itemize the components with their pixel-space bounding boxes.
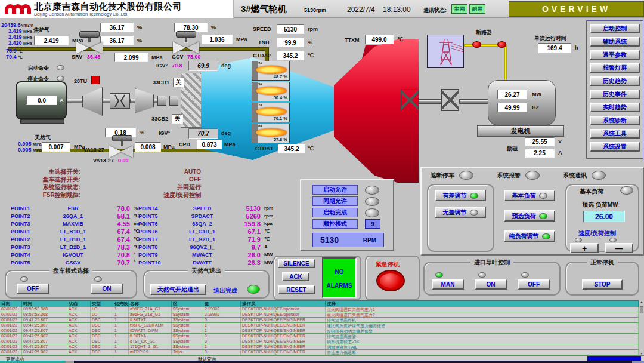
excitation-label: 励磁 — [507, 145, 518, 153]
can-percent: 48.7 % — [274, 74, 287, 79]
alarm-type: LO — [91, 312, 113, 317]
load-mode-button[interactable]: 纯负荷调节 — [504, 230, 555, 242]
can-id: 2# — [258, 61, 262, 65]
no-alarms-indicator: NO ALARMS — [322, 257, 357, 298]
load-mode-button[interactable]: 预选负荷 — [504, 210, 555, 222]
turning-gear-button[interactable]: ON — [91, 284, 123, 294]
20tu-label: 20TU — [74, 78, 87, 84]
start-command-label: 启动命令 — [27, 64, 49, 72]
load-mode-button-lamp — [539, 193, 547, 199]
alarm-row[interactable]: 07/01/22 09:47:25.807 ACK DSC 1 171QHT_1… — [0, 344, 639, 350]
igv-control-button[interactable]: OFF — [518, 279, 550, 290]
panel-header-item: 系统报警 — [497, 171, 563, 180]
srv-feedback2-box: 36.17 — [100, 36, 134, 45]
point-name: DWATT — [172, 260, 232, 266]
igv-control-button[interactable]: ON — [475, 279, 507, 290]
point-name: CSGV — [45, 260, 101, 266]
normal-stop-button[interactable]: STOP — [582, 279, 623, 290]
seq-mode-label: 顺控模式 — [312, 219, 358, 229]
turning-gear-button[interactable]: OFF — [17, 284, 49, 294]
nav-button[interactable]: 报警灯屏 — [590, 63, 640, 73]
nav-button[interactable]: 透平参数 — [590, 50, 640, 60]
preselect-load-input[interactable]: 26.00 — [583, 211, 625, 222]
silence-button[interactable]: SILENCE — [278, 259, 315, 268]
base-load-lamp — [620, 186, 633, 195]
motor-current-box: 0.0 — [26, 96, 57, 105]
speed-load-control-label: 速度/负荷控制 — [578, 229, 616, 238]
breaker-contact — [472, 41, 481, 48]
sequence-permissives: 启动允许 同期允许 启动完成 — [312, 185, 379, 217]
alarm-col-value: 值 — [203, 301, 241, 307]
alarm-status: ACK — [67, 312, 91, 317]
load-mode-button-label: 基本负荷 — [512, 192, 536, 200]
igv2-label: IGV° — [159, 130, 170, 136]
panel-header-item: 系统通讯 — [563, 171, 629, 180]
alarm-operator: DESKTOP-NUHIQEE/operator — [241, 312, 326, 317]
va-valve-setpoint: 0.00 — [118, 158, 129, 164]
nav-button[interactable]: 系统工具 — [590, 129, 640, 139]
point-unit: rpm — [261, 213, 284, 219]
alarm-row[interactable]: 07/02/22 08:53:52.368 ACK LO 1 a96FG_21B… — [0, 312, 639, 318]
nav-button[interactable]: 启动控制 — [590, 24, 640, 33]
alarm-type: DSC — [91, 318, 113, 322]
alarm-tag: dTSI_OK_G1 — [129, 339, 172, 344]
alarm-comment: 点火阀组进口天然气压力2 — [326, 312, 639, 317]
igv-control-lamp — [435, 272, 443, 278]
alarm-row[interactable]: 07/01/22 09:47:25.807 ACK DSC 1 fDWATT_D… — [0, 328, 639, 334]
alarm-row[interactable]: 07/01/22 09:47:25.807 ACK DSC 1 fL30TXA … — [0, 334, 639, 339]
gas-out-start-button[interactable]: 天然气开始退出 — [150, 284, 206, 295]
status-row: 系统运行状态: 并网运行 — [9, 183, 201, 191]
cb1-state-box: 关 — [173, 78, 184, 87]
alarm-operator: DESKTOP-NUHIQEE/ENGINEER — [241, 318, 326, 322]
alarm-row[interactable]: 07/01/22 09:47:25.807 ACK DSC 1 f96FG_12… — [0, 323, 639, 328]
alarm-date: 07/01/22 — [0, 323, 22, 328]
ttxm-box: 499.0 — [365, 35, 394, 44]
gcv-valve-icon — [173, 31, 199, 55]
alarm-scrollbar[interactable]: ▲▼ — [639, 300, 644, 355]
alarm-row[interactable]: 07/01/22 09:47:25.807 ACK DSC 1 fL86TXT … — [0, 318, 639, 323]
scrollbar-thumb[interactable] — [640, 306, 643, 313]
alarm-priority: 1 — [113, 312, 129, 317]
droop-button[interactable]: 无差调节 — [435, 207, 486, 218]
nav-button[interactable]: 系统诊断 — [590, 116, 640, 125]
status-value: 并网运行 — [80, 183, 201, 192]
ack-button[interactable]: ACK — [282, 272, 309, 281]
raise-load-button[interactable]: + — [570, 243, 599, 253]
status-row: 盘车选择开关: OFF — [9, 176, 201, 183]
point-value: 67.4 — [101, 228, 130, 235]
consen-logo-icon — [5, 4, 28, 14]
gas-out-done-label: 退出完成 — [213, 287, 237, 295]
point-unit: rpm — [261, 205, 284, 211]
can-id: 3# — [258, 82, 262, 86]
alarm-status: ACK — [67, 318, 91, 322]
nav-button[interactable]: 系统设置 — [590, 142, 640, 152]
srv-out-pressure-box: 2.099 — [114, 53, 148, 62]
nav-button[interactable]: 历史趋势 — [590, 76, 640, 86]
igv-control-button[interactable]: MAN — [432, 279, 464, 290]
point-id: POINT3 — [11, 244, 45, 250]
alarm-row[interactable]: 07/02/22 08:53:52.368 ACK LO 1 a96FG_21A… — [0, 307, 639, 312]
nav-button[interactable]: 历史事件 — [590, 90, 640, 99]
alarm-row[interactable]: 07/01/22 09:47:25.807 ACK DSC 1 mTRP119 … — [0, 350, 639, 355]
tnh-box: 99.9 — [277, 38, 304, 47]
point-id: POINT4 — [11, 252, 45, 258]
reset-button[interactable]: RESET — [278, 285, 315, 294]
excitation-volt-box: 25.55 — [525, 137, 555, 146]
point-id: POINT9 — [138, 252, 172, 258]
load-mode-button-label: 纯负荷调节 — [509, 232, 539, 241]
droop-button[interactable]: 有差调节 — [435, 190, 486, 201]
lower-load-button[interactable]: — — [605, 243, 633, 253]
motor-current-unit: A — [60, 97, 64, 103]
hscroll-thumb[interactable] — [0, 361, 66, 363]
nav-button[interactable]: 实时趋势 — [590, 103, 640, 112]
alarm-area: $System — [172, 307, 203, 312]
alarm-operator: DESKTOP-NUHIQEE/ENGINEER — [241, 344, 326, 349]
emergency-stop-button[interactable] — [376, 270, 405, 291]
nav-button[interactable]: 辅助系统 — [590, 37, 640, 47]
load-mode-button[interactable]: 基本负荷 — [504, 190, 555, 201]
alarm-row[interactable]: 07/01/22 09:47:25.807 ACK DSC 1 dTSI_OK_… — [0, 339, 639, 344]
point-row: POINT1 LT_B1D_1 67.4 ℃ — [11, 227, 160, 235]
point-value: 78.0 — [101, 205, 130, 212]
alarm-value: 0 — [203, 334, 241, 339]
coke-temp-row: 78.9 ℃ — [6, 48, 23, 54]
